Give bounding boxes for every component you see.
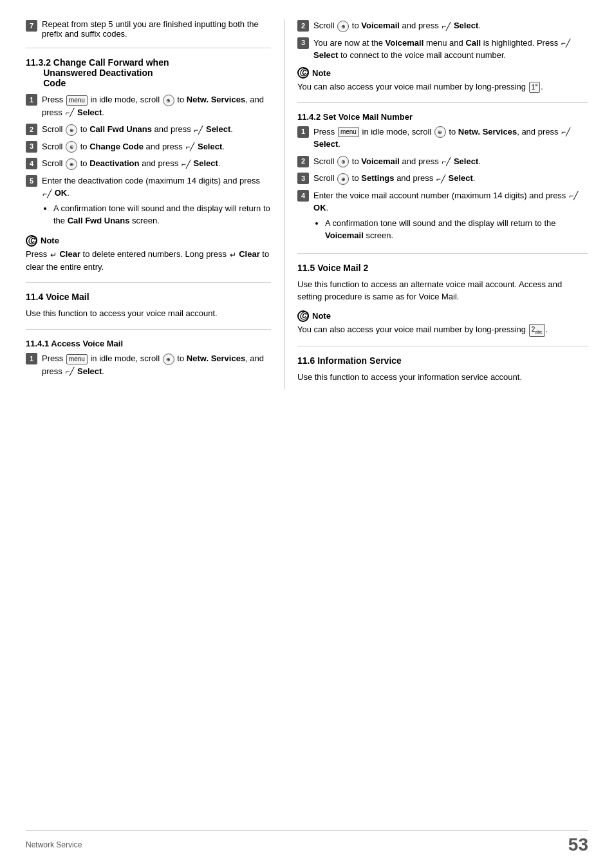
section-116-title: 11.6 Information Service — [297, 355, 588, 366]
select-icon-1141-3: ⌐╱ — [561, 37, 570, 49]
step-num-4: 4 — [26, 158, 37, 169]
select-icon: ⌐╱ — [65, 107, 74, 118]
scroll-icon-1142-2: ⊕ — [337, 156, 349, 167]
step-num-5: 5 — [26, 175, 37, 187]
step-1142-4: 4 Enter the voice mail account number (m… — [297, 189, 588, 244]
step-1132-1: 1 Press menu in idle mode, scroll ⊕ to N… — [26, 93, 271, 118]
step-1132-2-text: Scroll ⊕ to Call Fwd Unans and press ⌐╱ … — [42, 123, 271, 136]
section-114-text: Use this function to access your voice m… — [26, 307, 271, 320]
step-1142-3-text: Scroll ⊕ to Settings and press ⌐╱ Select… — [313, 172, 588, 185]
right-column: 2 Scroll ⊕ to Voicemail and press ⌐╱ Sel… — [284, 19, 588, 390]
step-1141-1-text: Press menu in idle mode, scroll ⊕ to Net… — [42, 352, 271, 377]
step-1142-2: 2 Scroll ⊕ to Voicemail and press ⌐╱ Sel… — [297, 155, 588, 168]
note-label-1141: Note — [312, 67, 331, 80]
section-115: 11.5 Voice Mail 2 Use this function to a… — [297, 263, 588, 337]
step-1142-2-text: Scroll ⊕ to Voicemail and press ⌐╱ Selec… — [313, 155, 588, 168]
divider-right-1 — [297, 102, 588, 103]
scroll-icon: ⊕ — [163, 95, 174, 106]
select-icon-1141-2: ⌐╱ — [442, 21, 451, 32]
section-116: 11.6 Information Service Use this functi… — [297, 355, 588, 384]
step-1142-1: 1 Press menu in idle mode, scroll ⊕ to N… — [297, 126, 588, 151]
note-1132-header: Ⓒ Note — [26, 234, 271, 247]
divider-1 — [26, 48, 271, 48]
step-7-block: 7 Repeat from step 5 until you are finis… — [26, 19, 271, 39]
note-1132: Ⓒ Note Press ↵ Clear to delete entered n… — [26, 234, 271, 274]
menu-icon-1141: menu — [66, 354, 88, 364]
note-icon-1141: Ⓒ — [297, 67, 309, 79]
note-icon-115: Ⓒ — [297, 310, 309, 322]
select-icon-1141: ⌐╱ — [65, 366, 74, 377]
step-1142-4-bullets: A confirmation tone will sound and the d… — [313, 217, 588, 242]
section-1132-steps: 1 Press menu in idle mode, scroll ⊕ to N… — [26, 93, 271, 229]
step-1141-3-text: You are now at the Voicemail menu and Ca… — [313, 37, 588, 62]
step-1132-5: 5 Enter the deactivation code (maximum 1… — [26, 175, 271, 229]
step-num-1142-2: 2 — [297, 156, 309, 167]
step-1132-3-text: Scroll ⊕ to Change Code and press ⌐╱ Sel… — [42, 140, 271, 153]
step-1142-4-text: Enter the voice mail account number (max… — [313, 189, 588, 244]
key-1-icon: 1≡ — [529, 82, 541, 93]
step-num-2: 2 — [26, 124, 37, 135]
note-1132-text: Press ↵ Clear to delete entered numbers.… — [26, 248, 271, 273]
section-1132: 11.3.2 Change Call Forward when Unanswer… — [26, 57, 271, 273]
select-icon-4: ⌐╱ — [181, 158, 191, 170]
step-1132-2: 2 Scroll ⊕ to Call Fwd Unans and press ⌐… — [26, 123, 271, 136]
select-icon-1142-2: ⌐╱ — [442, 156, 451, 167]
note-115-header: Ⓒ Note — [297, 310, 588, 323]
step-1141-2: 2 Scroll ⊕ to Voicemail and press ⌐╱ Sel… — [297, 19, 588, 32]
bullet-1142-4-1: A confirmation tone will sound and the d… — [325, 217, 588, 242]
section-1141-cont: 2 Scroll ⊕ to Voicemail and press ⌐╱ Sel… — [297, 19, 588, 93]
key-2-icon: 2abc — [529, 324, 545, 337]
clear-icon-1: ↵ — [50, 249, 57, 261]
step-num-1142-1: 1 — [297, 126, 309, 138]
divider-2 — [26, 282, 271, 283]
step-num-1141-1: 1 — [26, 353, 37, 364]
step-1142-1-text: Press menu in idle mode, scroll ⊕ to Net… — [313, 126, 588, 151]
section-1141-cont-steps: 2 Scroll ⊕ to Voicemail and press ⌐╱ Sel… — [297, 19, 588, 62]
section-1142-title: 11.4.2 Set Voice Mail Number — [297, 112, 588, 122]
scroll-icon-1141: ⊕ — [163, 354, 174, 365]
section-1141-steps: 1 Press menu in idle mode, scroll ⊕ to N… — [26, 352, 271, 377]
note-115-text: You can also access your voice mail numb… — [297, 323, 588, 336]
divider-right-3 — [297, 346, 588, 346]
step-1132-3: 3 Scroll ⊕ to Change Code and press ⌐╱ S… — [26, 140, 271, 153]
step-1141-1: 1 Press menu in idle mode, scroll ⊕ to N… — [26, 352, 271, 377]
footer: Network Service 53 — [26, 830, 588, 855]
section-115-title: 11.5 Voice Mail 2 — [297, 263, 588, 273]
section-1142-steps: 1 Press menu in idle mode, scroll ⊕ to N… — [297, 126, 588, 244]
step-num-1141-2: 2 — [297, 20, 309, 32]
footer-page: 53 — [568, 835, 588, 855]
section-116-text: Use this function to access your informa… — [297, 371, 588, 384]
section-1141-title: 11.4.1 Access Voice Mail — [26, 339, 271, 348]
step-1132-4: 4 Scroll ⊕ to Deactivation and press ⌐╱ … — [26, 157, 271, 170]
note-label-1132: Note — [41, 234, 59, 247]
select-icon-5: ⌐╱ — [42, 188, 51, 200]
scroll-icon-1141-2: ⊕ — [337, 21, 349, 32]
section-1142: 11.4.2 Set Voice Mail Number 1 Press men… — [297, 112, 588, 244]
step-num-1141-3: 3 — [297, 37, 309, 49]
scroll-icon-3: ⊕ — [66, 141, 77, 153]
scroll-icon-2: ⊕ — [66, 124, 77, 136]
scroll-icon-4: ⊕ — [66, 158, 77, 170]
select-icon-2: ⌐╱ — [194, 124, 203, 136]
select-icon-1142-3: ⌐╱ — [436, 173, 445, 185]
step-num-1142-4: 4 — [297, 190, 309, 202]
note-1141: Ⓒ Note You can also access your voice ma… — [297, 67, 588, 93]
menu-icon-1142: menu — [338, 127, 359, 137]
select-icon-1142: ⌐╱ — [561, 126, 570, 138]
select-icon-3: ⌐╱ — [185, 141, 194, 153]
section-114-title: 11.4 Voice Mail — [26, 292, 271, 302]
step-1132-5-bullets: A confirmation tone will sound and the d… — [42, 202, 271, 227]
step-1132-4-text: Scroll ⊕ to Deactivation and press ⌐╱ Se… — [42, 157, 271, 170]
menu-icon: menu — [66, 95, 88, 106]
note-115: Ⓒ Note You can also access your voice ma… — [297, 310, 588, 337]
step-7-number: 7 — [26, 20, 37, 32]
step-1142-3: 3 Scroll ⊕ to Settings and press ⌐╱ Sele… — [297, 172, 588, 185]
step-num-1142-3: 3 — [297, 173, 309, 184]
scroll-icon-1142: ⊕ — [434, 126, 446, 138]
section-115-text: Use this function to access an alternate… — [297, 278, 588, 303]
note-1141-header: Ⓒ Note — [297, 67, 588, 80]
step-1132-5-text: Enter the deactivation code (maximum 14 … — [42, 175, 271, 229]
clear-icon-2: ↵ — [230, 249, 236, 261]
section-114: 11.4 Voice Mail Use this function to acc… — [26, 292, 271, 320]
step-num-3: 3 — [26, 141, 37, 153]
